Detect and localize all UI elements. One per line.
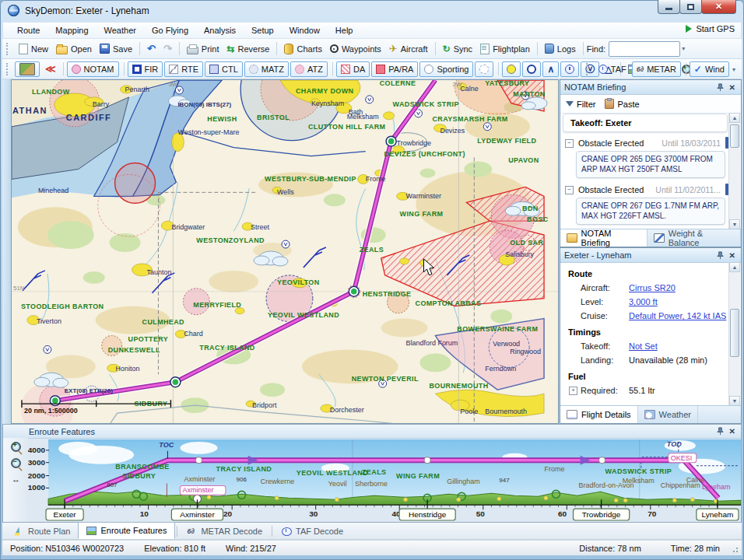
menu-item-window[interactable]: Window bbox=[282, 23, 328, 37]
new-button[interactable]: New bbox=[15, 42, 52, 56]
save-button[interactable]: Save bbox=[96, 42, 136, 55]
flight-scrollbar[interactable]: ▲ ▼ bbox=[728, 262, 740, 406]
close-button[interactable]: ✕ bbox=[701, 0, 736, 14]
panel-tab-weather[interactable]: Weather bbox=[638, 406, 698, 423]
profile-route-dot bbox=[599, 457, 605, 464]
toolbar-overflow-icon[interactable]: ▾ bbox=[682, 45, 685, 52]
undo-button[interactable]: ↶ bbox=[143, 42, 160, 55]
layer-navaid-toggle[interactable]: ∧ bbox=[542, 61, 559, 77]
flightplan-button[interactable]: Flightplan bbox=[476, 42, 534, 56]
menu-item-setup[interactable]: Setup bbox=[244, 23, 282, 37]
replan-button[interactable]: ≪ bbox=[41, 61, 58, 77]
menu-item-weather[interactable]: Weather bbox=[97, 23, 144, 37]
profile-waypoint-box[interactable]: Exeter bbox=[46, 509, 83, 520]
flight-value-link[interactable]: Not Set bbox=[629, 341, 658, 351]
notam-close-icon[interactable]: ✕ bbox=[728, 83, 737, 92]
menu-item-mapping[interactable]: Mapping bbox=[47, 23, 96, 37]
layer-vrp-toggle[interactable] bbox=[522, 61, 541, 77]
layer-obstacle-toggle[interactable] bbox=[560, 61, 579, 77]
panel-tab-flight-details[interactable]: Flight Details bbox=[560, 406, 638, 423]
expand-icon[interactable]: + bbox=[569, 387, 577, 395]
toolbar-grip2[interactable] bbox=[6, 63, 11, 75]
wx-toolbar-grip[interactable] bbox=[586, 63, 591, 75]
menu-item-go-flying[interactable]: Go Flying bbox=[144, 23, 196, 37]
pin-icon[interactable] bbox=[716, 427, 725, 436]
menu-item-analysis[interactable]: Analysis bbox=[196, 23, 244, 37]
flight-value-link[interactable]: Default Power, 142 kt IAS bbox=[629, 311, 726, 320]
profile-waypoint-box[interactable]: Henstridge bbox=[399, 509, 455, 520]
panel-tab-weight-balance[interactable]: Weight & Balance bbox=[647, 229, 741, 247]
notam-entry-detail[interactable]: CRANE OPR 267 DEG 1.7NM FM ARP, MAX HGT … bbox=[576, 198, 725, 225]
menu-item-route[interactable]: Route bbox=[9, 23, 47, 37]
metar-toggle[interactable]: 6∂METAR bbox=[632, 61, 681, 77]
profile-zoom-in-icon[interactable]: + bbox=[11, 442, 21, 452]
map-waypoint[interactable] bbox=[170, 377, 181, 387]
maximize-button[interactable] bbox=[679, 0, 702, 14]
taf-toggle[interactable]: TAF bbox=[595, 61, 630, 77]
panel-tab-notam-briefing[interactable]: NOTAM Briefing bbox=[560, 229, 647, 247]
tab-taf-decode[interactable]: TAF Decode bbox=[274, 523, 351, 539]
pin-icon[interactable] bbox=[716, 83, 725, 92]
flight-value-link[interactable]: Cirrus SR20 bbox=[629, 283, 676, 292]
layer-fir-toggle[interactable]: FIR bbox=[128, 61, 163, 77]
layer-airfields-toggle[interactable] bbox=[502, 61, 521, 77]
collapse-icon[interactable]: − bbox=[565, 139, 574, 148]
menu-item-help[interactable]: Help bbox=[328, 23, 361, 37]
minimize-button[interactable] bbox=[658, 0, 680, 14]
profile-waypoint-box[interactable]: Axminster bbox=[171, 509, 223, 520]
tab-enroute-features[interactable]: Enroute Features bbox=[78, 522, 175, 539]
layer-rte-toggle[interactable]: RTE bbox=[164, 61, 203, 77]
map-waypoint[interactable] bbox=[349, 286, 359, 296]
redo-button[interactable]: ↷ bbox=[160, 42, 176, 55]
tab-route-plan[interactable]: Route Plan bbox=[6, 523, 78, 539]
collapse-icon[interactable]: − bbox=[565, 186, 574, 194]
notam-entry-row[interactable]: −Obstacle ErectedUntil 11/02/2011... bbox=[562, 182, 728, 197]
waypoints-button[interactable]: Waypoints bbox=[326, 43, 385, 55]
find-input[interactable] bbox=[609, 41, 680, 57]
scroll-thumb[interactable] bbox=[730, 309, 739, 357]
tab-metar-decode[interactable]: 6∂METAR Decode bbox=[179, 523, 270, 539]
sync-button[interactable]: ↻Sync bbox=[439, 43, 477, 55]
notam-entry-detail[interactable]: CRANE OPR 265 DEG 3700M FROM ARP MAX HGT… bbox=[576, 151, 725, 178]
map-style-button[interactable] bbox=[15, 61, 40, 77]
pin-icon[interactable] bbox=[716, 251, 725, 260]
print-button[interactable]: Print bbox=[183, 42, 223, 56]
resize-grip[interactable] bbox=[731, 545, 739, 553]
notam-scrollbar[interactable]: ▲ ▼ bbox=[728, 113, 740, 229]
layer-para-toggle[interactable]: PA/RA bbox=[371, 61, 418, 77]
reverse-button[interactable]: ⇆Reverse bbox=[223, 43, 273, 55]
profile-zoom-out-icon[interactable]: − bbox=[11, 458, 21, 468]
start-gps-button[interactable]: Start GPS bbox=[686, 24, 735, 33]
scroll-thumb[interactable] bbox=[730, 124, 739, 148]
charts-button[interactable]: Charts bbox=[280, 42, 325, 56]
scroll-up-icon[interactable]: ▲ bbox=[729, 113, 740, 123]
layer-matz-toggle[interactable]: MATZ bbox=[244, 61, 289, 77]
map-view[interactable]: LLANDOWCARDIFFATHANPenarthBarryHEWISHBRI… bbox=[11, 79, 559, 424]
map-waypoint[interactable] bbox=[386, 136, 396, 146]
toolbar-grip[interactable] bbox=[6, 43, 11, 55]
flight-close-icon[interactable]: ✕ bbox=[728, 251, 737, 260]
layer-gliding-toggle[interactable] bbox=[475, 61, 493, 77]
layer-ctl-toggle[interactable]: CTL bbox=[205, 61, 243, 77]
filter-button[interactable]: Filter bbox=[566, 100, 595, 109]
profile-distance-tick: 20 bbox=[223, 509, 233, 518]
wind-toggle[interactable]: ✓Wind bbox=[690, 61, 729, 77]
open-button[interactable]: Open bbox=[52, 42, 96, 56]
notam-entry-row[interactable]: −Obstacle ErectedUntil 18/03/2011 bbox=[562, 135, 728, 150]
wx-overflow-icon[interactable]: ▾ bbox=[732, 66, 735, 73]
aircraft-button[interactable]: ✈Aircraft bbox=[385, 42, 432, 55]
flight-section-heading: Fuel bbox=[568, 372, 728, 381]
paste-button[interactable]: Paste bbox=[605, 99, 639, 109]
profile-fit-width-icon[interactable]: ↔ bbox=[12, 474, 19, 484]
layer-da-toggle[interactable]: DA bbox=[336, 61, 370, 77]
flight-value-link[interactable]: 3,000 ft bbox=[629, 297, 658, 306]
scroll-up-icon[interactable]: ▲ bbox=[729, 262, 740, 272]
layer-notam-toggle[interactable]: NOTAM bbox=[67, 61, 119, 77]
layer-atz-toggle[interactable]: ATZ bbox=[290, 61, 328, 77]
logs-button[interactable]: Logs bbox=[541, 42, 580, 55]
layer-sporting-toggle[interactable]: Sporting bbox=[419, 61, 473, 77]
profile-waypoint-box[interactable]: Lyneham bbox=[697, 509, 739, 520]
elevation-profile[interactable]: 4000300020001000BRANSCOMBESIDBURYTRACY I… bbox=[28, 438, 741, 522]
enroute-close-icon[interactable]: ✕ bbox=[728, 427, 737, 436]
profile-waypoint-box[interactable]: Trowbridge bbox=[574, 509, 630, 520]
